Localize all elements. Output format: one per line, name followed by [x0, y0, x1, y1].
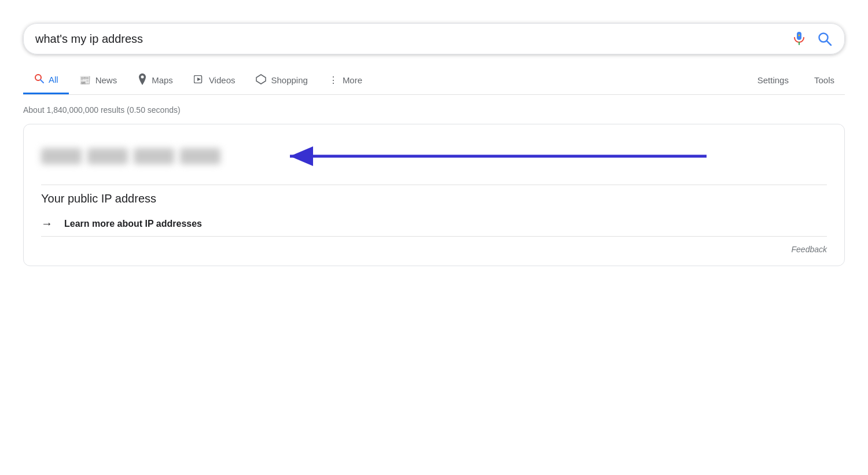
- more-tab-icon: ⋮: [329, 75, 338, 86]
- pointing-arrow: [255, 142, 707, 171]
- nav-tabs: All 📰 News Maps Videos Shopping: [23, 66, 845, 95]
- svg-line-5: [41, 80, 43, 83]
- videos-tab-icon: [194, 75, 204, 86]
- ip-display-section: [41, 142, 827, 185]
- search-button[interactable]: [816, 31, 833, 47]
- search-tab-icon: [34, 73, 44, 86]
- search-bar: what's my ip address: [23, 23, 845, 54]
- tab-settings[interactable]: Settings: [747, 68, 799, 92]
- tab-maps-label: Maps: [152, 75, 173, 85]
- svg-marker-10: [290, 146, 313, 166]
- svg-point-1: [799, 35, 800, 36]
- svg-marker-8: [197, 78, 201, 81]
- blur-block-4: [180, 148, 220, 164]
- blur-block-3: [134, 148, 174, 164]
- learn-more-text: Learn more about IP addresses: [64, 219, 202, 229]
- result-count: About 1,840,000,000 results (0.50 second…: [23, 105, 845, 115]
- blur-block-2: [87, 148, 128, 164]
- ip-address-label: Your public IP address: [41, 192, 827, 205]
- tab-tools[interactable]: Tools: [804, 68, 845, 92]
- svg-point-6: [141, 75, 144, 78]
- voice-search-icon[interactable]: [791, 30, 807, 48]
- tab-tools-label: Tools: [814, 75, 834, 85]
- tab-shopping[interactable]: Shopping: [245, 67, 318, 94]
- tab-news-label: News: [95, 75, 117, 85]
- tab-all[interactable]: All: [23, 66, 69, 94]
- tab-videos-label: Videos: [209, 75, 236, 85]
- tab-more[interactable]: ⋮ More: [318, 68, 373, 93]
- search-input[interactable]: what's my ip address: [35, 32, 791, 46]
- tab-videos[interactable]: Videos: [183, 68, 246, 93]
- shopping-tab-icon: [256, 74, 266, 87]
- blur-block-1: [41, 148, 82, 164]
- arrow-container: [255, 142, 827, 171]
- learn-more-arrow-icon: →: [41, 217, 53, 230]
- tab-settings-label: Settings: [757, 75, 789, 85]
- svg-line-3: [827, 41, 831, 45]
- maps-tab-icon: [138, 73, 147, 87]
- learn-more-link[interactable]: → Learn more about IP addresses: [41, 205, 827, 237]
- feedback-row: Feedback: [41, 237, 827, 254]
- tab-news[interactable]: 📰 News: [69, 68, 128, 93]
- tab-shopping-label: Shopping: [271, 75, 307, 85]
- ip-result-card: Your public IP address → Learn more abou…: [23, 124, 845, 266]
- news-tab-icon: 📰: [79, 75, 91, 86]
- feedback-link[interactable]: Feedback: [792, 245, 827, 254]
- tab-all-label: All: [49, 75, 58, 84]
- blurred-ip: [41, 148, 220, 164]
- tab-maps[interactable]: Maps: [127, 67, 183, 94]
- tab-more-label: More: [343, 75, 362, 85]
